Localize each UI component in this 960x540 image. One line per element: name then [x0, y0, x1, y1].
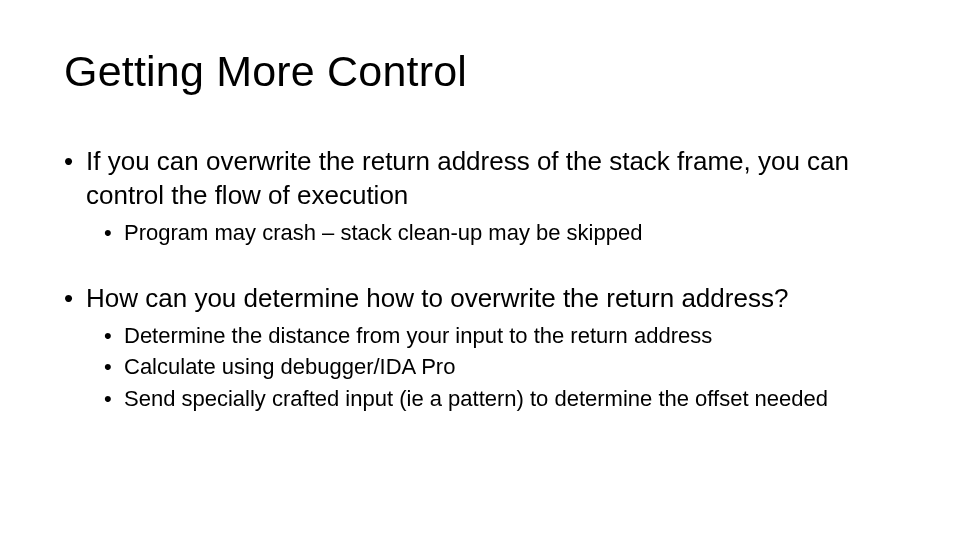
bullet-text: If you can overwrite the return address …: [86, 146, 849, 209]
sub-bullet-text: Determine the distance from your input t…: [124, 323, 712, 348]
sub-bullet-text: Calculate using debugger/IDA Pro: [124, 354, 455, 379]
bullet-list: If you can overwrite the return address …: [64, 145, 896, 414]
bullet-text: How can you determine how to overwrite t…: [86, 283, 788, 313]
slide: Getting More Control If you can overwrit…: [0, 0, 960, 540]
bullet-item: If you can overwrite the return address …: [64, 145, 896, 247]
sub-bullet-item: Program may crash – stack clean-up may b…: [104, 218, 896, 248]
sub-bullet-item: Determine the distance from your input t…: [104, 321, 896, 351]
sub-bullet-text: Send specially crafted input (ie a patte…: [124, 386, 828, 411]
sub-bullet-item: Send specially crafted input (ie a patte…: [104, 384, 896, 414]
sub-bullet-item: Calculate using debugger/IDA Pro: [104, 352, 896, 382]
sub-bullet-list: Program may crash – stack clean-up may b…: [86, 218, 896, 248]
slide-title: Getting More Control: [64, 48, 896, 95]
bullet-item: How can you determine how to overwrite t…: [64, 282, 896, 414]
sub-bullet-list: Determine the distance from your input t…: [86, 321, 896, 414]
sub-bullet-text: Program may crash – stack clean-up may b…: [124, 220, 642, 245]
